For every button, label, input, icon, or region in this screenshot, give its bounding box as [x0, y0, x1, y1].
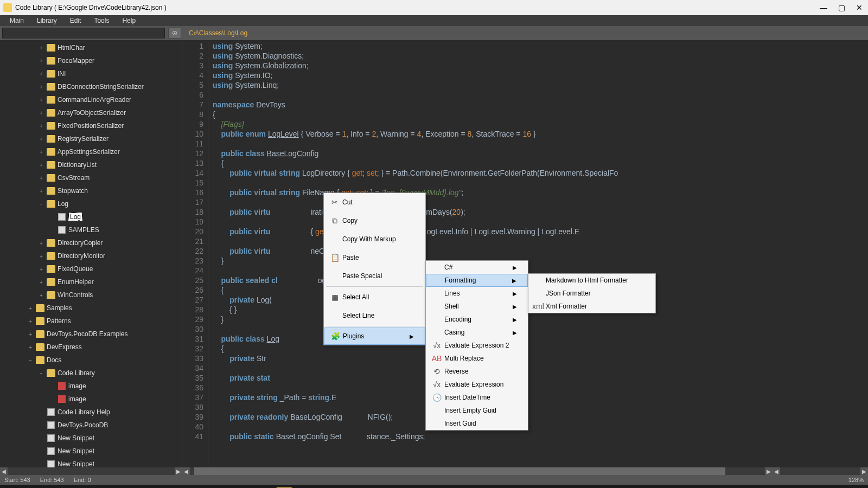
teams-icon[interactable]: 👥: [340, 485, 361, 488]
tree-item[interactable]: +RegistrySerializer: [0, 132, 182, 145]
tree-item[interactable]: +FixedQueue: [0, 262, 182, 275]
window-title: Code Library ( E:\Google Drive\CodeLibra…: [15, 4, 167, 11]
tree-item[interactable]: −Code Library: [0, 367, 182, 380]
tree-item[interactable]: +Samples: [0, 301, 182, 314]
tree-item[interactable]: New Snippet: [0, 445, 182, 458]
tree-item[interactable]: +INI: [0, 67, 182, 80]
context-menu[interactable]: ✂Cut ⧉Copy Copy With Markup 📋Paste Paste…: [323, 192, 426, 345]
menu-help[interactable]: Help: [116, 17, 142, 24]
tree-item[interactable]: DevToys.PocoDB: [0, 419, 182, 432]
opera-icon[interactable]: O: [207, 485, 229, 488]
tree-item[interactable]: +DirectoryMonitor: [0, 249, 182, 262]
tree-item[interactable]: Code Library Help: [0, 406, 182, 419]
ctx-paste[interactable]: 📋Paste: [324, 248, 425, 267]
sub-shell[interactable]: Shell▶: [426, 300, 528, 313]
ctx-select-all[interactable]: ▦Select All: [324, 288, 425, 306]
tree-item[interactable]: +ArrayToObjectSerializer: [0, 106, 182, 119]
app1-icon[interactable]: d: [71, 485, 92, 488]
tree-item[interactable]: image: [0, 380, 182, 393]
tree-item[interactable]: +DBConnectionStringSerializer: [0, 80, 182, 93]
ctx-cut[interactable]: ✂Cut: [324, 193, 425, 211]
tree-label: CommandLineArgReader: [58, 96, 131, 104]
sub-formatting[interactable]: Formatting▶: [426, 274, 528, 287]
search-input[interactable]: [2, 28, 165, 38]
code-editor[interactable]: 1234567891011121314151617181920212223242…: [182, 40, 868, 467]
app2-icon[interactable]: d: [93, 485, 115, 488]
tree-item[interactable]: New Snippet: [0, 458, 182, 467]
editor-hscroll[interactable]: ◀▶: [182, 467, 773, 475]
sub-insert-empty-guid[interactable]: Insert Empty Guid: [426, 404, 528, 417]
sub-lines[interactable]: Lines▶: [426, 287, 528, 300]
ctx-select-line[interactable]: Select Line: [324, 306, 425, 325]
fmt-xml[interactable]: xmlXml Formatter: [528, 300, 655, 313]
tree-item[interactable]: +AppSettingsSerializer: [0, 145, 182, 158]
tree-item[interactable]: +Stopwatch: [0, 184, 182, 197]
fmt-markdown[interactable]: Markdown to Html Formatter: [528, 274, 655, 287]
tree-item[interactable]: +CommandLineArgReader: [0, 93, 182, 106]
ctx-plugins[interactable]: 🧩Plugins▶: [324, 328, 425, 345]
sub-reverse[interactable]: ⟲Reverse: [426, 365, 528, 378]
close-button[interactable]: ✕: [856, 3, 863, 12]
folder-icon: [47, 70, 55, 78]
tree-item[interactable]: New Snippet: [0, 432, 182, 445]
flstudio-icon[interactable]: 🥕: [385, 485, 407, 488]
whatsapp-icon[interactable]: ●: [317, 485, 339, 488]
sidebar-hscroll[interactable]: ◀▶: [0, 467, 182, 475]
start-button[interactable]: ⊞: [2, 485, 24, 488]
menu-tools[interactable]: Tools: [87, 17, 116, 24]
task-view-icon[interactable]: ⧉: [25, 485, 47, 488]
sub-insert-datetime[interactable]: 🕓Insert DateTime: [426, 391, 528, 404]
tree-item[interactable]: +Patterns: [0, 314, 182, 328]
ctx-copy[interactable]: ⧉Copy: [324, 211, 425, 230]
app5-icon[interactable]: 🔒: [230, 485, 252, 488]
tree-item[interactable]: −Docs: [0, 354, 182, 367]
menu-library[interactable]: Library: [30, 17, 63, 24]
edge-icon[interactable]: e: [162, 485, 183, 488]
sub-casing[interactable]: Casing▶: [426, 326, 528, 339]
minimize-button[interactable]: —: [820, 3, 827, 12]
maximize-button[interactable]: ▢: [838, 3, 845, 12]
formatting-submenu[interactable]: Markdown to Html Formatter JSon Formatte…: [528, 273, 656, 313]
tree-item[interactable]: +WinControls: [0, 288, 182, 301]
tree-item[interactable]: Log: [0, 210, 182, 223]
fmt-json[interactable]: JSon Formatter: [528, 287, 655, 300]
tree-item[interactable]: +EnumHelper: [0, 275, 182, 288]
right-hscroll[interactable]: ◀▶: [773, 467, 868, 475]
ctx-paste-special[interactable]: Paste Special: [324, 267, 425, 285]
menu-edit[interactable]: Edit: [63, 17, 88, 24]
sub-encoding[interactable]: Encoding▶: [426, 313, 528, 326]
chrome-icon[interactable]: ◯: [184, 485, 206, 488]
sub-csharp[interactable]: C#▶: [426, 261, 528, 274]
vs-icon[interactable]: ⋈: [253, 485, 275, 488]
image-icon: [58, 395, 66, 403]
tree-item[interactable]: +DevExpress: [0, 341, 182, 354]
tree-item[interactable]: +HtmlChar: [0, 41, 182, 54]
tree-label: DevToys.PocoDB: [58, 421, 108, 429]
tree-item[interactable]: SAMPLES: [0, 223, 182, 236]
app6-icon[interactable]: 💬: [294, 485, 316, 488]
discord-icon[interactable]: ◉: [362, 485, 384, 488]
sub-multi[interactable]: ABMulti Replace: [426, 352, 528, 365]
app4-icon[interactable]: ◎: [139, 485, 161, 488]
tree-item[interactable]: +DictionaryList: [0, 158, 182, 171]
tree-item[interactable]: +PocoMapper: [0, 54, 182, 67]
toolbar-button[interactable]: ⦿: [168, 28, 181, 38]
ctx-copy-markup[interactable]: Copy With Markup: [324, 230, 425, 248]
plugins-submenu[interactable]: C#▶ Formatting▶ Lines▶ Shell▶ Encoding▶ …: [425, 260, 528, 431]
sub-insert-guid[interactable]: Insert Guid: [426, 417, 528, 430]
tree-item[interactable]: +CsvStream: [0, 171, 182, 184]
tree-sidebar[interactable]: +HtmlChar+PocoMapper+INI+DBConnectionStr…: [0, 40, 182, 467]
tree-item[interactable]: image: [0, 393, 182, 406]
tree-label: Code Library: [58, 369, 95, 377]
explorer-icon[interactable]: 📁: [48, 485, 69, 488]
sub-eval2[interactable]: √xEvaluate Expression 2: [426, 339, 528, 352]
tree-item[interactable]: +DevToys.PocoDB Examples: [0, 328, 182, 341]
sub-eval[interactable]: √xEvaluate Expression: [426, 378, 528, 391]
app3-icon[interactable]: ◧: [116, 485, 138, 488]
tree-label: FixedPositionSerializer: [58, 122, 124, 130]
tree-item[interactable]: +DirectoryCopier: [0, 236, 182, 249]
menu-main[interactable]: Main: [3, 17, 30, 24]
tree-item[interactable]: +FixedPositionSerializer: [0, 119, 182, 132]
tree-item[interactable]: −Log: [0, 197, 182, 210]
code-area[interactable]: using System; using System.Diagnostics; …: [208, 40, 868, 467]
